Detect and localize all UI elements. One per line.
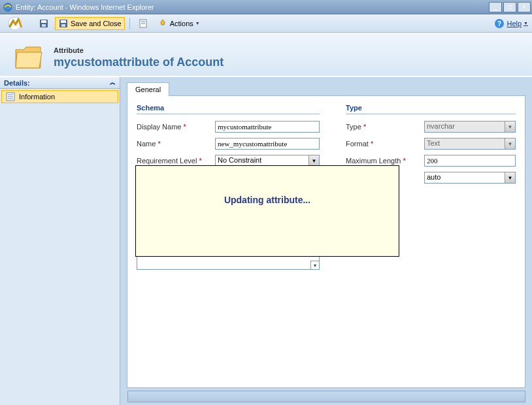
- sidebar-item-information[interactable]: Information: [1, 90, 118, 103]
- display-name-input[interactable]: [215, 121, 320, 133]
- properties-button[interactable]: [135, 17, 152, 30]
- svg-text:?: ?: [497, 20, 501, 27]
- window-titlebar: Entity: Account - Windows Internet Explo…: [0, 0, 532, 14]
- ie-icon: [3, 2, 13, 12]
- svg-rect-7: [61, 24, 65, 27]
- collapse-icon[interactable]: ︽: [110, 78, 116, 87]
- actions-menu[interactable]: Actions ▼: [154, 17, 203, 30]
- modal-message: Updating attribute...: [224, 195, 310, 205]
- entity-header: Attribute mycustomattribute of Account: [0, 33, 532, 76]
- toolbar: Save and Close Actions ▼ ? Help ▼: [0, 14, 532, 33]
- name-input[interactable]: [215, 138, 320, 150]
- maxlen-label: Maximum Length *: [346, 157, 424, 165]
- dropdown-button-icon[interactable]: ▼: [308, 155, 319, 166]
- save-and-close-label: Save and Close: [71, 20, 122, 27]
- type-title: Type: [346, 104, 516, 114]
- help-link[interactable]: ? Help ▼: [494, 18, 528, 29]
- disk-icon: [39, 18, 49, 29]
- format-label: Format *: [346, 140, 424, 148]
- status-bar: [127, 391, 525, 402]
- toolbar-separator: [129, 18, 130, 29]
- dropdown-caret-icon: ▼: [524, 21, 528, 25]
- help-label: Help: [507, 20, 522, 27]
- display-name-label: Display Name *: [137, 123, 215, 131]
- properties-icon: [138, 18, 148, 29]
- expand-caret-icon[interactable]: ▾: [310, 261, 320, 270]
- dropdown-caret-icon: ▼: [195, 21, 200, 25]
- save-and-close-button[interactable]: Save and Close: [55, 17, 125, 30]
- svg-rect-6: [61, 20, 66, 23]
- window-buttons: _ □ ×: [489, 2, 531, 12]
- disk-close-icon: [58, 18, 69, 29]
- updating-modal: Updating attribute...: [135, 165, 399, 257]
- folder-icon: [13, 42, 44, 73]
- svg-rect-4: [42, 24, 46, 27]
- type-select: nvarchar ▼: [424, 121, 516, 133]
- save-button[interactable]: [35, 17, 52, 30]
- dropdown-button-icon[interactable]: ▼: [505, 172, 515, 183]
- extra-select[interactable]: auto ▼: [424, 172, 516, 184]
- sidebar: Details: ︽ Information: [0, 77, 120, 405]
- help-icon: ?: [494, 18, 505, 29]
- sidebar-item-label: Information: [19, 93, 55, 101]
- format-select: Text ▼: [424, 138, 516, 150]
- requirement-level-label: Requirement Level *: [137, 157, 215, 165]
- maxlen-input[interactable]: [424, 155, 516, 167]
- entity-subtitle: Attribute: [54, 46, 224, 54]
- sidebar-header-label: Details:: [4, 79, 30, 87]
- close-button[interactable]: ×: [518, 2, 531, 12]
- maximize-button[interactable]: □: [503, 2, 516, 12]
- svg-rect-3: [41, 20, 46, 23]
- dropdown-button-icon: ▼: [505, 122, 515, 132]
- tab-general[interactable]: General: [127, 82, 169, 96]
- dropdown-button-icon: ▼: [505, 138, 515, 149]
- actions-icon: [158, 18, 168, 29]
- name-label: Name *: [137, 140, 215, 148]
- schema-title: Schema: [137, 104, 320, 114]
- window-title: Entity: Account - Windows Internet Explo…: [16, 3, 489, 11]
- crm-logo-icon: [4, 16, 26, 31]
- entity-title: mycustomattribute of Account: [54, 56, 224, 69]
- actions-label: Actions: [170, 20, 193, 27]
- type-label: Type *: [346, 123, 424, 131]
- form-icon: [6, 92, 15, 101]
- minimize-button[interactable]: _: [489, 2, 502, 12]
- sidebar-header[interactable]: Details: ︽: [0, 77, 120, 89]
